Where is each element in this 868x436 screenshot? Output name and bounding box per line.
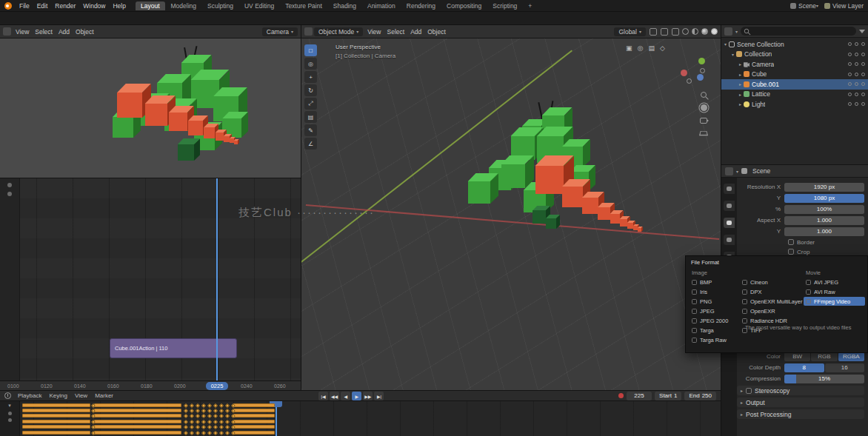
gizmo-axis-negative[interactable] [700,68,705,73]
keyframe-bar[interactable] [233,403,275,407]
camera-view-icon[interactable] [700,118,707,124]
keyframe-bar[interactable] [22,409,90,412]
keyframe-diamond[interactable] [207,425,212,429]
channel-icon[interactable] [8,412,12,415]
menu-item-avi-raw[interactable]: AVI Raw [804,287,865,296]
camera-preview-viewport[interactable] [0,38,301,178]
move-tool-icon[interactable]: + [304,71,317,83]
resolution-x-field[interactable]: 1920 px [784,183,864,192]
keyframe-diamond[interactable] [219,403,224,408]
properties-tab-tool[interactable] [724,184,735,194]
menu-view[interactable]: View [364,28,384,36]
scene-cube[interactable] [113,117,133,138]
visibility-toggle-icon[interactable] [861,62,865,66]
transport-prev-keyframe-button[interactable]: ◀◀ [330,392,339,400]
auto-key-icon[interactable] [618,393,624,398]
keyframe-diamond[interactable] [190,409,194,413]
navigation-gizmo[interactable] [679,56,709,86]
keyframe-diamond[interactable] [184,414,188,418]
aspect-y-field[interactable]: 1.000 [784,227,864,236]
visibility-toggle-icon[interactable] [861,73,865,76]
keyframe-diamond[interactable] [196,403,200,408]
menu-item-dpx[interactable]: DPX [740,287,804,296]
visibility-toggle-icon[interactable] [861,102,865,106]
keyframe-bar[interactable] [94,403,181,407]
menu-add[interactable]: Add [407,28,424,36]
visibility-toggle-icon[interactable] [848,93,852,96]
dope-sheet[interactable]: ▾ [0,400,721,436]
properties-tab-view-layer[interactable] [724,235,735,245]
keyframe-diamond[interactable] [201,420,206,424]
visibility-toggle-icon[interactable] [855,102,858,106]
snap-icon[interactable] [650,28,657,36]
tab--[interactable]: + [523,1,537,10]
color-option-bw[interactable]: BW [784,352,810,361]
current-frame-badge[interactable]: 0225 [206,382,228,390]
timeline-editor-icon[interactable] [4,392,11,399]
scene-cube[interactable] [169,113,187,131]
gizmo-toggle-icon[interactable]: ◎ [638,44,644,52]
disclosure-down-icon[interactable]: ▾ [732,52,734,57]
outliner-row[interactable]: ▾Scene Collection [721,39,868,50]
transport-jump-start-button[interactable]: |◀ [318,392,328,400]
panel-section-output[interactable]: ▸Output [737,398,864,407]
keyframe-diamond[interactable] [225,420,230,424]
outliner-row[interactable]: ▸Lattice [721,90,868,100]
orientation-dropdown[interactable]: Global▾ [614,27,646,36]
keyframe-diamond[interactable] [196,420,200,424]
resolution-y-field[interactable]: 1080 px [784,194,864,203]
scene-cube[interactable] [610,214,620,224]
keyframe-bar[interactable] [94,425,181,429]
crop-checkbox[interactable] [788,249,794,255]
visibility-toggle-icon[interactable] [848,53,852,56]
scene-cube[interactable] [501,164,525,188]
tab-sculpting[interactable]: Sculpting [202,1,238,10]
shading-solid-icon[interactable] [692,28,698,35]
disclosure-right-icon[interactable]: ▸ [739,72,741,77]
channel-icon[interactable] [8,418,12,422]
outliner-row[interactable]: ▸Cube [721,70,868,80]
scene-cube[interactable] [224,136,230,142]
mode-dropdown[interactable]: Object Mode▾ [314,27,363,36]
frame-ruler[interactable]: 0225 01000120014001600180020002400260 [0,380,301,390]
keyframe-bar[interactable] [94,420,181,423]
menu-marker[interactable]: Marker [91,392,117,399]
section-checkbox[interactable] [746,388,752,394]
keyframe-diamond[interactable] [219,420,224,424]
shading-rendered-icon[interactable] [711,28,718,35]
keyframe-bar[interactable] [233,431,275,435]
aspect-x-field[interactable]: 1.000 [784,216,864,225]
gizmo-axis-negative[interactable] [687,78,692,84]
scale-tool-icon[interactable]: ⤢ [304,98,317,110]
depth-option-16[interactable]: 16 [825,363,865,372]
keyframe-diamond[interactable] [213,425,218,429]
frame-start-field[interactable]: Start1 [655,392,681,400]
keyframe-bar[interactable] [22,425,90,429]
keyframe-diamond[interactable] [201,425,206,429]
disclosure-right-icon[interactable]: ▸ [739,92,741,97]
visibility-toggle-icon[interactable] [855,42,858,46]
visibility-toggle-icon[interactable] [848,82,852,86]
scene-cube[interactable] [117,93,142,118]
scene-cube[interactable] [638,228,641,232]
scene-cube[interactable] [145,104,167,126]
overlay-toggle-icon[interactable]: ▤ [648,44,655,52]
menu-add[interactable]: Add [56,28,73,36]
shading-wireframe-icon[interactable] [682,28,689,35]
gizmo-z-axis[interactable] [697,74,704,81]
resolution-percent-field[interactable]: 100% [784,205,864,214]
visibility-toggle-icon[interactable] [848,102,852,106]
channel-icon[interactable] [7,192,12,196]
transport-play-reverse-button[interactable]: ◀ [341,392,350,400]
frame-end-field[interactable]: End250 [684,392,716,400]
scene-cube[interactable] [188,121,203,135]
move-view-icon[interactable] [701,104,707,111]
outliner-row[interactable]: ▸Light [721,99,868,110]
current-frame-field[interactable]: 225 [627,392,652,400]
action-strip[interactable]: Cube.001Action | 110 [110,338,237,358]
scene-cube[interactable] [204,127,215,138]
scene-cube[interactable] [216,133,224,141]
keyframe-diamond[interactable] [196,425,200,429]
visibility-toggle-icon[interactable] [848,62,852,66]
menu-file[interactable]: File [16,2,33,10]
